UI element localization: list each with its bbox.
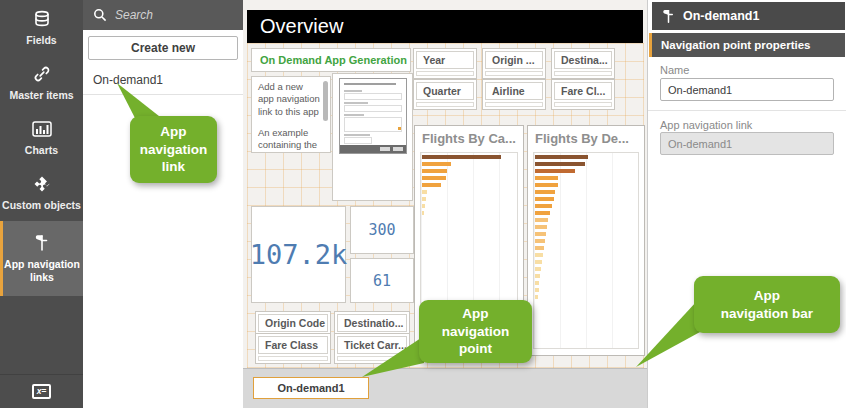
callout-app-navigation-link: App navigation link [130,116,217,183]
sidebar-item-label: Fields [26,34,56,47]
navigation-point-button[interactable]: On-demand1 [253,377,369,399]
callout-text: navigation [140,141,208,159]
note-line: An example containing the [258,127,320,152]
sheet-title-bar: Overview [247,10,643,43]
properties-panel-title: On-demand1 [683,9,759,23]
bar [422,190,427,194]
bar [535,267,541,271]
filter-fare-class[interactable]: Fare Cl... [551,79,615,110]
bar [535,218,548,222]
variables-icon[interactable]: x= [32,384,52,399]
kpi-value: 107.2k [250,239,348,270]
bar [422,197,426,201]
bar [535,274,540,278]
callout-text: App [140,123,208,141]
app-generation-title-widget[interactable]: On Demand App Generation [251,48,411,72]
properties-panel: On-demand1 Navigation point properties N… [647,0,846,408]
filter-quarter[interactable]: Quarter [413,79,477,110]
app-navigation-link-field: On-demand1 [660,132,834,155]
dialog-preview-widget[interactable] [332,73,413,201]
chart-title: Flights By De... [528,126,644,151]
name-field[interactable]: On-demand1 [660,78,834,101]
dialog-preview-image [339,78,407,154]
name-label: Name [660,64,689,76]
filter-strip [258,356,328,361]
section-navigation-point-properties[interactable]: Navigation point properties [649,33,845,57]
sidebar-item-app-navigation-links[interactable]: App navigation links [0,221,83,296]
bar [535,225,547,229]
bar [535,190,555,194]
app-navigation-bar: On-demand1 [243,368,647,408]
create-new-button[interactable]: Create new [88,36,238,60]
kpi-total-flights[interactable]: 107.2k [251,206,346,303]
kpi-61[interactable]: 61 [350,258,414,303]
signpost-icon [661,8,676,25]
filter-origin[interactable]: Origin ... [482,48,546,79]
callout-text: navigation [442,323,510,341]
rail-bottom-section: x= [0,374,83,408]
app-window: Fields Master items Charts C [0,0,846,408]
bar [535,169,575,173]
kpi-value: 61 [373,272,391,290]
sidebar-item-label: Charts [25,144,58,157]
filter-airline[interactable]: Airline [482,79,546,110]
bar [535,246,544,250]
filter-strip [485,102,543,107]
chart-title: Flights By Ca... [415,126,523,151]
left-toolbar: Fields Master items Charts C [0,0,83,408]
filter-destination[interactable]: Destina... [551,48,615,79]
bar [535,204,552,208]
filter-label: Destinatio... [337,314,407,332]
sidebar-item-charts[interactable]: Charts [0,110,83,165]
signpost-icon [33,233,51,253]
filter-label: Quarter [416,82,474,100]
search-bar[interactable]: Search [83,0,243,30]
search-input[interactable]: Search [115,8,153,22]
filter-strip [554,71,612,76]
sidebar-item-custom-objects[interactable]: Custom objects [0,165,83,220]
bar [535,162,585,166]
kpi-300[interactable]: 300 [350,206,414,254]
filter-label: Ticket Carr... [337,336,407,354]
puzzle-icon [33,174,51,194]
sidebar-item-label: Master items [9,89,73,102]
bar [422,162,451,166]
bar [535,197,554,201]
sidebar-item-label: App navigation links [3,258,81,284]
chart-flights-by-destination[interactable]: Flights By De... [527,125,645,356]
bar [422,183,441,187]
filter-strip [416,71,474,76]
callout-app-navigation-point: App navigation point [419,300,532,363]
filter-label: Origin Code [258,314,328,332]
filter-ticket-carrier[interactable]: Ticket Carr... [334,333,410,364]
callout-app-navigation-bar: App navigation bar [694,276,840,333]
bar [535,183,558,187]
callout-text: App [442,305,510,323]
bar [422,176,446,180]
filter-strip [485,71,543,76]
sidebar-item-master-items[interactable]: Master items [0,55,83,110]
list-item-on-demand1[interactable]: On-demand1 [83,66,243,95]
bar [422,155,501,159]
app-generation-title: On Demand App Generation [252,49,410,71]
app-navigation-link-label: App navigation link [660,119,752,131]
bar [422,169,447,173]
bar [422,211,424,215]
filter-label: Airline [485,82,543,100]
divider [648,110,846,111]
sheet-title: Overview [247,15,343,38]
bar [535,288,539,292]
scrollbar[interactable] [323,81,328,121]
filter-label: Origin ... [485,51,543,69]
properties-panel-header: On-demand1 [652,2,845,30]
search-icon [93,8,107,22]
filter-strip [554,102,612,107]
callout-text: point [442,340,510,358]
filter-year[interactable]: Year [413,48,477,79]
note-text-widget[interactable]: Add a new app navigation link to this ap… [251,76,331,153]
sidebar-item-fields[interactable]: Fields [0,0,83,55]
bar [535,260,542,264]
filter-fare-class-bottom[interactable]: Fare Class [255,333,331,364]
callout-text: navigation bar [721,305,813,323]
note-line: Add a new app navigation link to this ap… [258,81,320,118]
